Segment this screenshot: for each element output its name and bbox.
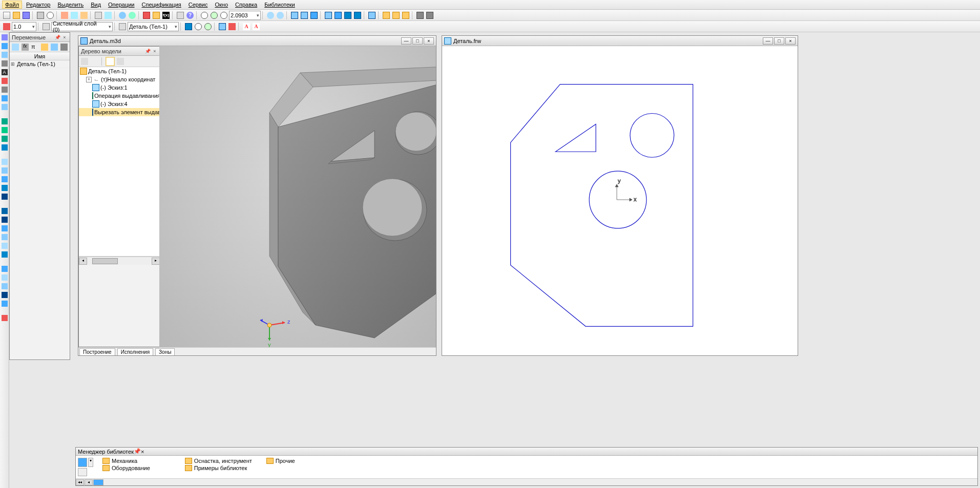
vtool-pattern2[interactable] — [1, 216, 9, 224]
vtool-chamfer[interactable] — [1, 166, 9, 175]
libmgr-icon-button[interactable] — [78, 458, 87, 467]
part-combo[interactable]: Деталь (Тел-1) — [128, 22, 179, 31]
props-button[interactable] — [94, 11, 103, 20]
sketch-button[interactable] — [142, 11, 151, 20]
doc-3d-close-button[interactable]: × — [424, 37, 434, 45]
vtool-7[interactable] — [1, 86, 9, 94]
libmgr-close-button[interactable]: × — [141, 449, 144, 455]
help-what-button[interactable]: ? — [185, 11, 195, 20]
shaded-button[interactable] — [343, 11, 352, 20]
tree-btn-4[interactable] — [116, 57, 125, 66]
lib-button[interactable] — [152, 11, 161, 20]
viewport-3d[interactable]: z y — [159, 46, 436, 347]
refresh-button[interactable] — [276, 11, 285, 20]
tree-extrude[interactable]: Операция выдавливания — [79, 92, 160, 100]
lib-equipment[interactable]: Оборудование — [102, 465, 150, 471]
vtool-c3[interactable] — [1, 282, 9, 290]
copy-button[interactable] — [70, 11, 79, 20]
vtool-2[interactable] — [1, 42, 9, 50]
variables-root-row[interactable]: ⊞ Деталь (Тел-1) — [10, 60, 70, 68]
vtool-pattern1[interactable] — [1, 207, 9, 215]
libnav-prev[interactable]: ◂ — [85, 479, 93, 485]
doc-3d-min-button[interactable]: — — [401, 37, 411, 45]
var-btn-4[interactable] — [40, 43, 49, 52]
var-btn-3[interactable]: π — [30, 43, 39, 52]
vtool-pattern3[interactable] — [1, 224, 9, 232]
layer-combo[interactable]: Системный слой (0) — [51, 22, 113, 31]
vtool-axis[interactable] — [1, 242, 9, 250]
paste-button[interactable] — [79, 11, 89, 20]
libmgr-up-button[interactable] — [78, 468, 87, 476]
layer-add-button[interactable] — [118, 22, 127, 31]
tree-hscroll[interactable]: ◂ ▸ — [79, 257, 160, 265]
tree-btn-1[interactable] — [80, 57, 89, 66]
viewport-2d[interactable]: x y — [442, 46, 798, 355]
vtool-3[interactable] — [1, 51, 9, 59]
tree-close-button[interactable]: × — [152, 48, 158, 54]
tree-cut[interactable]: Вырезать элемент выдав — [79, 108, 160, 116]
rotate-button[interactable] — [266, 11, 275, 20]
tab-zones[interactable]: Зоны — [155, 348, 175, 355]
camera-button[interactable] — [415, 11, 425, 20]
tree-sketch1[interactable]: (-) Эскиз:1 — [79, 83, 160, 92]
vtool-8[interactable] — [1, 94, 9, 102]
lib-other[interactable]: Прочие — [266, 458, 295, 464]
snapshot-button[interactable] — [425, 11, 434, 20]
vtool-c5[interactable] — [1, 300, 9, 308]
lib-tooling[interactable]: Оснастка, инструмент — [185, 458, 252, 464]
zoom-fit-button[interactable] — [219, 11, 228, 20]
vtool-9[interactable] — [1, 103, 9, 111]
tree-origin[interactable]: + ⌙ (т)Начало координат — [79, 75, 160, 83]
vtool-4[interactable] — [1, 59, 9, 68]
vtool-fillet[interactable] — [1, 158, 9, 166]
menu-specification[interactable]: Спецификация — [139, 1, 184, 9]
visible-button[interactable] — [203, 22, 213, 31]
vtool-cut[interactable] — [1, 126, 9, 134]
doc-2d-titlebar[interactable]: Деталь.frw — □ × — [442, 36, 798, 46]
vtool-plane2[interactable] — [1, 233, 9, 241]
vtool-6[interactable] — [1, 77, 9, 85]
tree-btn-3[interactable] — [106, 57, 115, 66]
folder-3-button[interactable] — [401, 11, 410, 20]
vtool-c2[interactable] — [1, 273, 9, 282]
wireframe-button[interactable] — [324, 11, 333, 20]
cut-button[interactable] — [60, 11, 69, 20]
view-2-button[interactable] — [300, 11, 309, 20]
stop-button[interactable] — [2, 22, 11, 31]
vtool-c1[interactable] — [1, 265, 9, 273]
vtool-rib[interactable] — [1, 184, 9, 192]
vars-button[interactable] — [176, 11, 185, 20]
variables-close-button[interactable]: × — [61, 34, 68, 40]
menu-file[interactable]: Файл — [2, 1, 22, 9]
scroll-left-button[interactable]: ◂ — [79, 258, 87, 265]
menu-window[interactable]: Окно — [212, 1, 231, 9]
vtool-hole[interactable] — [1, 175, 9, 183]
menu-help[interactable]: Справка — [232, 1, 260, 9]
zoom-in-button[interactable] — [200, 11, 209, 20]
sel-parent-button[interactable] — [218, 22, 227, 31]
model-tree-body[interactable]: Деталь (Тел-1) + ⌙ (т)Начало координат (… — [79, 67, 160, 257]
hidden-button[interactable] — [333, 11, 343, 20]
vtool-point[interactable] — [1, 250, 9, 259]
scroll-right-button[interactable]: ▸ — [152, 258, 160, 265]
shaded-edges-button[interactable] — [353, 11, 362, 20]
sel-arrow-button[interactable] — [227, 22, 237, 31]
tree-sketch4[interactable]: (-) Эскиз:4 — [79, 100, 160, 108]
menu-operations[interactable]: Операции — [105, 1, 137, 9]
tree-expand-origin[interactable]: + — [86, 77, 92, 82]
expand-icon[interactable]: ⊞ — [11, 61, 17, 67]
menu-select[interactable]: Выделить — [54, 1, 87, 9]
folder-1-button[interactable] — [382, 11, 391, 20]
shade-mode-button[interactable] — [184, 22, 193, 31]
copy-props-button[interactable] — [103, 11, 113, 20]
tab-exec[interactable]: Исполнения — [117, 348, 153, 355]
folder-2-button[interactable] — [391, 11, 401, 20]
undo-button[interactable] — [118, 11, 127, 20]
vtool-d1[interactable] — [1, 314, 9, 322]
menu-edit[interactable]: Редактор — [23, 1, 53, 9]
doc-2d-min-button[interactable]: — — [763, 37, 773, 45]
view-3-button[interactable] — [309, 11, 319, 20]
vtool-sweep[interactable] — [1, 143, 9, 152]
doc-3d-max-button[interactable]: □ — [412, 37, 423, 45]
open-button[interactable] — [12, 11, 21, 20]
